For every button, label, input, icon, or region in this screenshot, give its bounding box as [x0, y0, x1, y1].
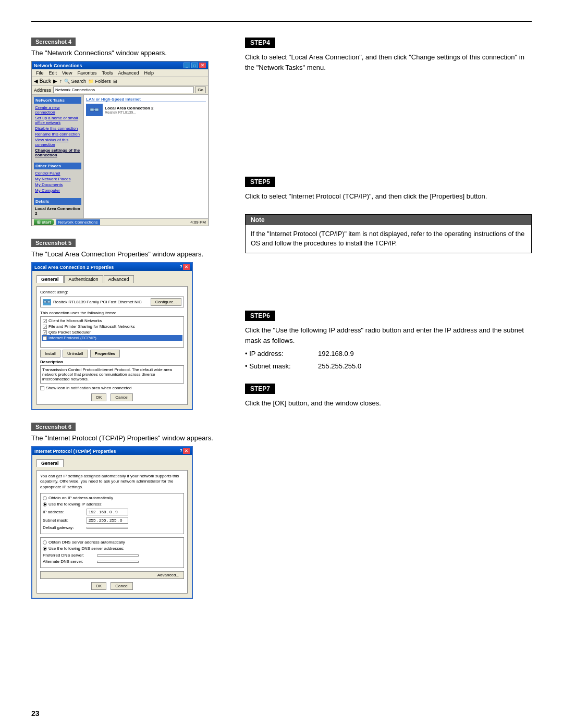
items-list: Client for Microsoft Networks File and P…: [40, 316, 184, 348]
dialog6-help[interactable]: ?: [180, 448, 182, 454]
subnet-field-row: Subnet mask: 255 . 255 . 255 . 0: [43, 517, 181, 524]
checkbox-qos[interactable]: [43, 330, 47, 335]
radio-obtain-dns[interactable]: [43, 540, 47, 545]
preferred-dns-label: Preferred DNS server:: [43, 553, 95, 558]
place-control-panel[interactable]: Control Panel: [34, 170, 81, 176]
note-body: If the "Internet Protocol (TCP/IP)" item…: [246, 225, 531, 253]
dialog6-intro: You can get IP settings assigned automat…: [40, 474, 184, 490]
screenshot4-window: Network Connections _ □ ✕ File Edit View…: [31, 61, 209, 226]
subnet-input[interactable]: 255 . 255 . 255 . 0: [87, 517, 128, 524]
screenshot6-badge: Screenshot 6: [31, 423, 76, 431]
up-icon[interactable]: ↑: [59, 78, 62, 84]
dialog6-ok[interactable]: OK: [91, 582, 107, 590]
tab-general[interactable]: General: [36, 275, 64, 283]
preferred-dns-input[interactable]: [97, 554, 139, 557]
win4-main: LAN or High-Speed Internet: [84, 95, 208, 218]
dialog6-titlebar: Internet Protocol (TCP/IP) Properties ? …: [32, 447, 192, 455]
show-icon-label: Show icon in notification area when conn…: [46, 386, 132, 390]
task-rename[interactable]: Rename this connection: [34, 131, 81, 137]
menu-favorites[interactable]: Favorites: [75, 70, 99, 76]
checkbox-tcp[interactable]: [43, 336, 47, 340]
ip-address-row: • IP address: 192.168.0.9: [245, 349, 532, 359]
checkbox-file-sharing[interactable]: [43, 325, 47, 329]
dialog5-cancel[interactable]: Cancel: [111, 393, 133, 401]
dialog5-ok[interactable]: OK: [91, 393, 107, 401]
alternate-dns-row: Alternate DNS server:: [43, 559, 181, 564]
connect-using-label: Connect using:: [40, 290, 184, 294]
alternate-dns-input[interactable]: [97, 561, 139, 563]
task-status[interactable]: View status of this connection: [34, 137, 81, 147]
dialog6-tab-content: You can get IP settings assigned automat…: [36, 470, 188, 594]
subnet-mask-value: 255.255.255.0: [318, 361, 532, 372]
tab-authentication[interactable]: Authentication: [64, 275, 103, 283]
install-button[interactable]: Install: [40, 350, 60, 357]
screenshot6-dialog: Internet Protocol (TCP/IP) Properties ? …: [31, 446, 193, 599]
radio-use-dns-row: Use the following DNS server addresses:: [43, 546, 181, 551]
svg-rect-4: [47, 301, 50, 303]
ip-address-value: 192.168.0.9: [318, 349, 532, 359]
minimize-button[interactable]: _: [183, 63, 190, 68]
item-file-sharing[interactable]: File and Printer Sharing for Microsoft N…: [42, 324, 182, 329]
search-icon[interactable]: 🔍 Search: [64, 79, 86, 84]
step5-section: STEP5 Click to select "Internet Protocol…: [245, 177, 532, 202]
dialog6-close[interactable]: ✕: [183, 448, 190, 454]
dialog6-cancel[interactable]: Cancel: [111, 582, 133, 590]
screenshot5-dialog: Local Area Connection 2 Properties ? ✕ G…: [31, 262, 193, 410]
item-qos[interactable]: QoS Packet Scheduler: [42, 329, 182, 335]
menu-file[interactable]: File: [34, 70, 46, 76]
task-disable[interactable]: Disable this connection: [34, 126, 81, 131]
taskbar-network[interactable]: Network Connections: [56, 219, 100, 225]
start-button[interactable]: ⊞ start: [34, 219, 54, 225]
task-setup[interactable]: Set up a home or small office network: [34, 115, 81, 126]
address-label: Address: [34, 88, 51, 93]
menu-tools[interactable]: Tools: [100, 70, 115, 76]
uninstall-button[interactable]: Uninstall: [63, 350, 88, 357]
connection-item[interactable]: Local Area Connection 2 Realtek RTL8139.…: [86, 104, 206, 116]
menu-view[interactable]: View: [60, 70, 74, 76]
menu-edit[interactable]: Edit: [47, 70, 59, 76]
checkbox-client[interactable]: [43, 319, 47, 323]
place-documents[interactable]: My Documents: [34, 182, 81, 188]
radio-use-dns[interactable]: [43, 547, 47, 551]
configure-button[interactable]: Configure...: [151, 298, 181, 306]
radio-obtain[interactable]: [43, 496, 47, 500]
place-computer[interactable]: My Computer: [34, 188, 81, 193]
item-tcp[interactable]: Internet Protocol (TCP/IP): [42, 335, 182, 341]
close-button[interactable]: ✕: [199, 63, 206, 68]
folders-icon[interactable]: 📁 Folders: [88, 79, 111, 84]
win4-toolbar: ◀ Back ▶ ↑ 🔍 Search 📁 Folders ⊞: [32, 77, 208, 85]
show-icon-checkbox[interactable]: [40, 386, 44, 390]
tab6-general[interactable]: General: [36, 459, 64, 467]
properties-button[interactable]: Properties: [90, 350, 120, 357]
dialog5-tab-content: Connect using: Realtek RTL8139 Fam: [36, 286, 188, 405]
step6-section: STEP6 Click the "Use the following IP ad…: [245, 311, 532, 371]
place-network[interactable]: My Network Places: [34, 176, 81, 182]
dialog5-help[interactable]: ?: [180, 264, 182, 270]
item-client[interactable]: Client for Microsoft Networks: [42, 318, 182, 324]
radio-use[interactable]: [43, 502, 47, 507]
dialog5-close[interactable]: ✕: [183, 264, 190, 270]
gateway-input[interactable]: [87, 527, 128, 529]
step6-text: Click the "Use the following IP address"…: [245, 325, 532, 371]
subnet-mask-label: • Subnet mask:: [245, 361, 308, 372]
address-value[interactable]: Network Connections: [53, 87, 194, 93]
back-icon[interactable]: ◀ Back: [34, 78, 51, 84]
forward-icon[interactable]: ▶: [53, 78, 57, 84]
tab-advanced[interactable]: Advanced: [104, 275, 134, 283]
task-create[interactable]: Create a new connection: [34, 105, 81, 115]
advanced-button[interactable]: Advanced...: [40, 571, 184, 579]
maximize-button[interactable]: □: [191, 63, 198, 68]
left-column: Screenshot 4 The "Network Connections" w…: [31, 38, 229, 611]
menu-advanced[interactable]: Advanced: [116, 70, 141, 76]
svg-rect-3: [44, 301, 46, 303]
go-button[interactable]: Go: [195, 87, 206, 93]
menu-help[interactable]: Help: [142, 70, 156, 76]
ip-address-group: Obtain an IP address automatically Use t…: [40, 493, 184, 534]
task-change[interactable]: Change settings of the connection: [34, 147, 81, 158]
connection-name: Local Area Connection 2 Realtek RTL8139.…: [105, 106, 154, 114]
ip-input[interactable]: 192 . 168 . 0 . 9: [87, 509, 128, 515]
step4-badge: STEP4: [245, 38, 275, 48]
note-header: Note: [246, 215, 531, 225]
views-icon[interactable]: ⊞: [113, 79, 117, 84]
svg-rect-1: [95, 108, 99, 111]
